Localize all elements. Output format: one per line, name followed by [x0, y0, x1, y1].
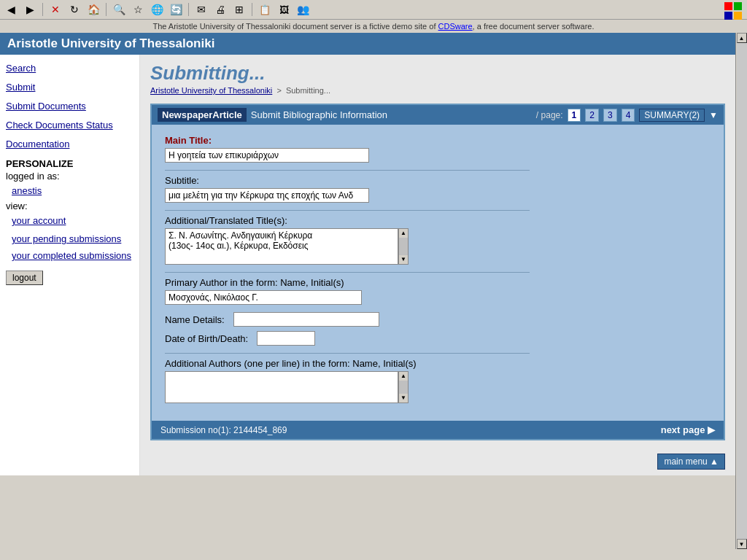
history-button[interactable]: 🔄 — [168, 1, 184, 18]
clipboard-button[interactable]: 📋 — [257, 1, 273, 18]
form-body: Main Title: Subtitle: Additional/T — [152, 125, 724, 421]
page-3-button[interactable]: 3 — [603, 109, 617, 122]
additional-authors-field-row: Additional Authors (one per line) in the… — [165, 358, 711, 403]
cdsware-link[interactable]: CDSware — [438, 22, 473, 31]
search-toolbar-button[interactable]: 🔍 — [111, 1, 127, 18]
additional-authors-input[interactable] — [165, 371, 398, 403]
name-details-input[interactable] — [233, 312, 379, 327]
media-button[interactable]: 🌐 — [149, 1, 165, 18]
page-4-button[interactable]: 4 — [622, 109, 635, 122]
username-link[interactable]: anestis — [12, 182, 133, 201]
svg-rect-0 — [724, 2, 732, 10]
sidebar-submit-docs-link[interactable]: Submit Documents — [6, 97, 133, 116]
logged-in-label: logged in as: — [6, 171, 133, 182]
your-completed-link[interactable]: your completed submissions — [12, 247, 133, 264]
your-account-link[interactable]: your account — [12, 211, 133, 230]
date-birth-death-input[interactable] — [257, 331, 315, 346]
svg-rect-3 — [734, 12, 742, 20]
form-header: NewspaperArticle Submit Bibliographic In… — [152, 105, 724, 125]
next-page-button[interactable]: next page ▶ — [661, 424, 715, 435]
sidebar-search-link[interactable]: Search — [6, 59, 133, 78]
home-button[interactable]: 🏠 — [85, 1, 101, 18]
site-header: Aristotle University of Thessaloniki — [0, 33, 735, 55]
primary-author-input[interactable] — [165, 290, 362, 305]
main-title-input[interactable] — [165, 148, 369, 163]
bottom-area: main menu ▲ — [140, 448, 735, 475]
forward-button[interactable]: ▶ — [22, 1, 38, 18]
form-footer: Submission no(1): 2144454_869 next page … — [152, 421, 724, 439]
divider-2 — [165, 210, 530, 211]
main-title-label: Main Title: — [165, 135, 711, 146]
page-2-button[interactable]: 2 — [585, 109, 599, 122]
page-1-button[interactable]: 1 — [568, 109, 581, 122]
logout-button[interactable]: logout — [6, 271, 43, 285]
info-bar: The Aristotle University of Thessaloniki… — [0, 20, 747, 33]
subtitle-field-row: Subtitle: — [165, 175, 711, 203]
primary-author-label: Primary Author in the form: Name, Initia… — [165, 277, 711, 288]
sidebar-documentation-link[interactable]: Documentation — [6, 135, 133, 154]
personalize-label: PERSONALIZE — [6, 158, 133, 169]
subtitle-input[interactable] — [165, 188, 369, 203]
print-button[interactable]: 🖨 — [212, 1, 228, 18]
additional-title-scrollbar[interactable]: ▲ ▼ — [398, 228, 409, 265]
your-pending-link[interactable]: your pending submissions — [12, 230, 133, 247]
scroll-up-arrow[interactable]: ▲ — [737, 33, 747, 43]
people-button[interactable]: 👥 — [295, 1, 311, 18]
sidebar: Search Submit Submit Documents Check Doc… — [0, 55, 140, 475]
back-button[interactable]: ◀ — [3, 1, 19, 18]
scroll-track — [737, 43, 747, 539]
additional-authors-label: Additional Authors (one per line) in the… — [165, 358, 711, 369]
right-scrollbar[interactable]: ▲ ▼ — [735, 33, 747, 549]
additional-authors-scrollbar[interactable]: ▲ ▼ — [398, 371, 409, 403]
sidebar-check-docs-link[interactable]: Check Documents Status — [6, 116, 133, 135]
refresh-button[interactable]: ↻ — [66, 1, 82, 18]
primary-author-field-row: Primary Author in the form: Name, Initia… — [165, 277, 711, 305]
windows-logo-icon — [724, 1, 743, 20]
main-title-field-row: Main Title: — [165, 135, 711, 163]
breadcrumb: Aristotle University of Thessaloniki > S… — [140, 85, 735, 99]
name-details-row: Name Details: — [165, 312, 711, 327]
date-birth-death-row: Date of Birth/Death: — [165, 331, 711, 346]
page-nav-label: / page: — [536, 110, 563, 120]
subtitle-label: Subtitle: — [165, 175, 711, 186]
date-birth-death-label: Date of Birth/Death: — [165, 333, 248, 344]
scroll-down-arrow[interactable]: ▼ — [737, 539, 747, 549]
qr-button[interactable]: 🖼 — [276, 1, 292, 18]
form-header-title: Submit Bibliographic Information — [251, 109, 532, 120]
svg-rect-1 — [734, 2, 742, 10]
doc-type-badge: NewspaperArticle — [158, 108, 247, 122]
divider-1 — [165, 170, 530, 171]
mail-button[interactable]: ✉ — [193, 1, 209, 18]
additional-title-label: Additional/Translated Title(s): — [165, 215, 711, 226]
name-details-label: Name Details: — [165, 314, 225, 325]
additional-title-input[interactable]: Σ. Ν. Ασωνίτης. Ανδηγαυική Κέρκυρα (13ος… — [165, 228, 398, 265]
submission-number: Submission no(1): 2144454_869 — [160, 425, 287, 435]
favorites-button[interactable]: ☆ — [130, 1, 146, 18]
breadcrumb-home-link[interactable]: Aristotle University of Thessaloniki — [150, 86, 272, 95]
edit-button[interactable]: ⊞ — [231, 1, 247, 18]
divider-4 — [165, 353, 530, 354]
stop-button[interactable]: ✕ — [47, 1, 63, 18]
main-menu-button[interactable]: main menu ▲ — [657, 454, 725, 470]
summary-button[interactable]: SUMMARY(2) — [639, 109, 705, 122]
summary-dropdown-icon[interactable]: ▼ — [709, 110, 718, 120]
sidebar-submit-link[interactable]: Submit — [6, 78, 133, 97]
divider-3 — [165, 272, 530, 273]
view-label: view: — [6, 201, 133, 211]
main-content: Submitting... Aristotle University of Th… — [140, 55, 735, 475]
page-title: Submitting... — [150, 62, 725, 85]
svg-rect-2 — [724, 12, 732, 20]
site-title: Aristotle University of Thessaloniki — [7, 36, 214, 50]
form-container: NewspaperArticle Submit Bibliographic In… — [150, 104, 725, 440]
additional-title-field-row: Additional/Translated Title(s): Σ. Ν. Ασ… — [165, 215, 711, 265]
